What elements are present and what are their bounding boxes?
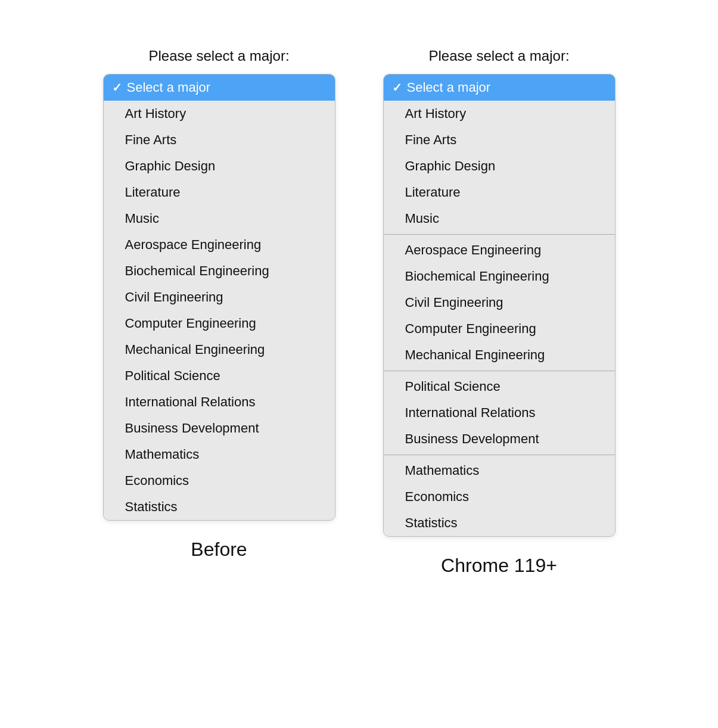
after-column: Please select a major: ✓Select a majorAr… (383, 48, 616, 577)
option-label-after-literature: Literature (405, 185, 461, 200)
option-label-graphic-design: Graphic Design (125, 158, 216, 173)
option-label-after-mathematics: Mathematics (405, 463, 480, 478)
option-business-development[interactable]: Business Development (104, 415, 335, 441)
option-label-fine-arts: Fine Arts (125, 132, 177, 147)
option-after-statistics[interactable]: Statistics (384, 510, 615, 536)
option-after-international-relations[interactable]: International Relations (384, 400, 615, 426)
option-after-literature[interactable]: Literature (384, 179, 615, 206)
option-label-art-history: Art History (125, 106, 187, 121)
group-divider-group-arts (384, 234, 615, 235)
option-select-a-major[interactable]: ✓Select a major (104, 74, 335, 101)
option-after-mechanical-engineering[interactable]: Mechanical Engineering (384, 342, 615, 368)
checkmark-icon: ✓ (112, 80, 122, 95)
option-statistics[interactable]: Statistics (104, 494, 335, 520)
after-listbox[interactable]: ✓Select a majorArt HistoryFine ArtsGraph… (383, 74, 616, 537)
option-after-economics[interactable]: Economics (384, 484, 615, 510)
option-graphic-design[interactable]: Graphic Design (104, 153, 335, 179)
option-after-graphic-design[interactable]: Graphic Design (384, 153, 615, 179)
option-label-after-fine-arts: Fine Arts (405, 132, 457, 147)
option-label-after-graphic-design: Graphic Design (405, 158, 496, 173)
option-label-statistics: Statistics (125, 499, 178, 514)
option-mathematics[interactable]: Mathematics (104, 441, 335, 468)
option-label-economics: Economics (125, 473, 189, 488)
page-wrapper: Please select a major: ✓Select a majorAr… (0, 24, 718, 601)
before-label: Please select a major: (148, 48, 289, 64)
option-label-after-political-science: Political Science (405, 379, 501, 394)
option-label-after-mechanical-engineering: Mechanical Engineering (405, 347, 545, 362)
group-divider-group-social (384, 455, 615, 455)
option-aerospace-engineering[interactable]: Aerospace Engineering (104, 232, 335, 258)
option-international-relations[interactable]: International Relations (104, 389, 335, 415)
option-after-mathematics[interactable]: Mathematics (384, 458, 615, 484)
option-after-fine-arts[interactable]: Fine Arts (384, 127, 615, 153)
option-after-aerospace-engineering[interactable]: Aerospace Engineering (384, 237, 615, 263)
option-label-after-civil-engineering: Civil Engineering (405, 295, 503, 310)
option-fine-arts[interactable]: Fine Arts (104, 127, 335, 153)
option-computer-engineering[interactable]: Computer Engineering (104, 310, 335, 337)
before-caption: Before (191, 539, 247, 561)
option-after-political-science[interactable]: Political Science (384, 374, 615, 400)
option-after-select-a-major[interactable]: ✓Select a major (384, 74, 615, 101)
option-label-political-science: Political Science (125, 368, 220, 383)
option-after-art-history[interactable]: Art History (384, 101, 615, 127)
option-label-mechanical-engineering: Mechanical Engineering (125, 342, 265, 357)
option-label-after-aerospace-engineering: Aerospace Engineering (405, 242, 542, 257)
before-listbox[interactable]: ✓Select a majorArt HistoryFine ArtsGraph… (103, 74, 335, 521)
option-label-select-a-major: Select a major (127, 80, 211, 95)
option-label-aerospace-engineering: Aerospace Engineering (125, 237, 262, 252)
option-art-history[interactable]: Art History (104, 101, 335, 127)
option-label-music: Music (125, 211, 159, 226)
before-column: Please select a major: ✓Select a majorAr… (103, 48, 335, 561)
option-label-business-development: Business Development (125, 421, 259, 435)
option-after-biochemical-engineering[interactable]: Biochemical Engineering (384, 263, 615, 290)
group-divider-group-engineering (384, 371, 615, 371)
option-after-civil-engineering[interactable]: Civil Engineering (384, 290, 615, 316)
option-mechanical-engineering[interactable]: Mechanical Engineering (104, 337, 335, 363)
option-biochemical-engineering[interactable]: Biochemical Engineering (104, 258, 335, 284)
option-label-literature: Literature (125, 185, 181, 200)
option-music[interactable]: Music (104, 206, 335, 232)
option-label-computer-engineering: Computer Engineering (125, 316, 256, 331)
option-after-computer-engineering[interactable]: Computer Engineering (384, 316, 615, 342)
option-label-after-statistics: Statistics (405, 515, 458, 530)
option-after-business-development[interactable]: Business Development (384, 426, 615, 452)
option-label-after-select-a-major: Select a major (407, 80, 491, 95)
option-label-after-computer-engineering: Computer Engineering (405, 321, 536, 336)
option-literature[interactable]: Literature (104, 179, 335, 206)
option-label-mathematics: Mathematics (125, 447, 200, 462)
option-label-after-economics: Economics (405, 489, 470, 504)
option-label-after-art-history: Art History (405, 106, 467, 121)
after-label: Please select a major: (428, 48, 569, 64)
after-caption: Chrome 119+ (441, 555, 557, 577)
checkmark-icon-after: ✓ (392, 80, 402, 95)
option-label-civil-engineering: Civil Engineering (125, 290, 223, 304)
option-label-after-business-development: Business Development (405, 431, 539, 446)
option-label-after-international-relations: International Relations (405, 405, 536, 420)
option-after-music[interactable]: Music (384, 206, 615, 232)
option-label-biochemical-engineering: Biochemical Engineering (125, 263, 269, 278)
option-label-after-music: Music (405, 211, 439, 226)
option-economics[interactable]: Economics (104, 468, 335, 494)
option-civil-engineering[interactable]: Civil Engineering (104, 284, 335, 310)
option-label-after-biochemical-engineering: Biochemical Engineering (405, 269, 549, 284)
option-label-international-relations: International Relations (125, 394, 256, 409)
option-political-science[interactable]: Political Science (104, 363, 335, 389)
